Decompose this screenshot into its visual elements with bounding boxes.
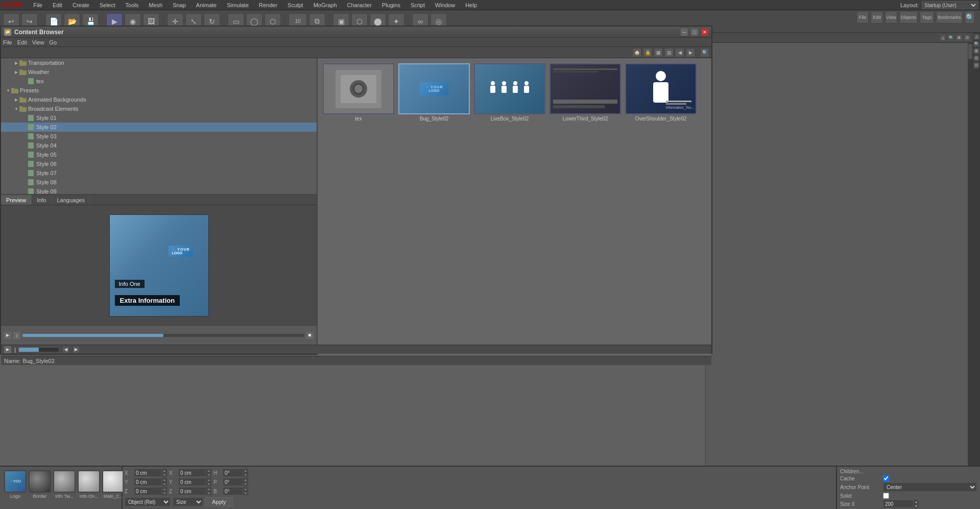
mat-border[interactable]: Border <box>29 470 51 506</box>
tree-style08[interactable]: ▶ Style 08 <box>1 178 317 187</box>
grid-item-tex[interactable]: tex <box>323 63 394 122</box>
menu-edit[interactable]: Edit <box>51 2 64 8</box>
tree-style04[interactable]: ▶ Style 04 <box>1 141 317 150</box>
search-right-btn[interactable]: 🔍 <box>965 11 975 23</box>
cb-play-btn[interactable]: ▶ <box>4 346 11 353</box>
coord-x-up[interactable]: ▲ <box>162 469 167 473</box>
viewport-btn-3[interactable]: ⊞ <box>973 48 979 54</box>
coord-sy-input[interactable] <box>178 478 206 486</box>
bookmarks-right-btn[interactable]: Bookmarks <box>936 11 963 23</box>
prop-sizex-down[interactable]: ▼ <box>914 504 919 508</box>
coord-p-input[interactable] <box>223 478 243 486</box>
menu-file[interactable]: File <box>31 2 44 8</box>
mat-main-c[interactable]: Main_C... <box>102 470 125 506</box>
coord-sz-up[interactable]: ▲ <box>206 487 211 491</box>
grid-item-bug[interactable]: → YOUR LOGO Bug_Style02 <box>398 63 470 122</box>
cb-close-btn[interactable]: ✕ <box>701 29 708 36</box>
prop-solid-checkbox[interactable] <box>883 493 889 499</box>
cb-progress-right-btn[interactable]: ▶ <box>73 346 80 353</box>
menu-mograph[interactable]: MoGraph <box>312 2 339 8</box>
coord-p-down[interactable]: ▼ <box>243 482 248 486</box>
coord-y-input[interactable] <box>134 478 162 486</box>
coord-sy-up[interactable]: ▲ <box>206 478 211 482</box>
tree-style06[interactable]: ▶ Style 06 <box>1 159 317 168</box>
menu-help[interactable]: Help <box>463 2 479 8</box>
tree-broadcast[interactable]: ▼ Broadcast Elements <box>1 104 317 113</box>
coord-sz-down[interactable]: ▼ <box>206 491 211 495</box>
cb-menu-go[interactable]: Go <box>49 39 57 45</box>
coord-y-down[interactable]: ▼ <box>162 482 167 486</box>
rp-btn-3[interactable]: ⊞ <box>955 34 963 41</box>
object-mode-select[interactable]: Object (Rel) <box>125 497 171 506</box>
cb-menu-file[interactable]: File <box>3 39 12 45</box>
coord-sx-down[interactable]: ▼ <box>206 473 211 477</box>
coord-z-down[interactable]: ▼ <box>162 491 167 495</box>
preview-play-btn[interactable]: ▶ <box>4 332 11 339</box>
grid-item-livebox[interactable]: LiveBox_Style02 <box>474 63 545 122</box>
tab-preview[interactable]: Preview <box>1 195 32 205</box>
tree-style02[interactable]: ▶ Style 02 <box>1 123 317 132</box>
tree-tex[interactable]: ▶ tex <box>1 77 317 86</box>
coord-y-up[interactable]: ▲ <box>162 478 167 482</box>
tab-info[interactable]: Info <box>32 195 52 205</box>
viewport-btn-2[interactable]: 🔍 <box>973 41 979 47</box>
coord-h-input[interactable] <box>223 469 243 477</box>
menu-plugins[interactable]: Plugins <box>380 2 402 8</box>
tab-languages[interactable]: Languages <box>52 195 90 205</box>
preview-pause-btn[interactable]: | <box>13 332 20 339</box>
cb-menu-view[interactable]: View <box>32 39 44 45</box>
coord-x-down[interactable]: ▼ <box>162 473 167 477</box>
coord-b-up[interactable]: ▲ <box>243 487 248 491</box>
cb-forward-btn[interactable]: ▶ <box>686 48 695 57</box>
coord-b-down[interactable]: ▼ <box>243 491 248 495</box>
preview-progress-bar[interactable] <box>22 334 304 337</box>
file-right-btn[interactable]: File <box>856 11 869 23</box>
menu-tools[interactable]: Tools <box>124 2 141 8</box>
menu-script[interactable]: Script <box>409 2 427 8</box>
coord-h-up[interactable]: ▲ <box>243 469 248 473</box>
menu-sculpt[interactable]: Sculpt <box>285 2 305 8</box>
prop-sizex-input[interactable] <box>883 500 914 508</box>
viewport-btn-5[interactable]: ⊡ <box>973 62 979 68</box>
cb-home-btn[interactable]: 🏠 <box>632 48 641 57</box>
objects-right-btn[interactable]: Objects <box>899 11 918 23</box>
menu-snap[interactable]: Snap <box>171 2 188 8</box>
coord-b-input[interactable] <box>223 487 243 495</box>
coord-sz-input[interactable] <box>178 487 206 495</box>
cb-view2-btn[interactable]: ▤ <box>664 48 674 57</box>
menu-create[interactable]: Create <box>70 2 91 8</box>
menu-character[interactable]: Character <box>345 2 374 8</box>
rp-btn-1[interactable]: △ <box>939 34 946 41</box>
cb-search-btn[interactable]: 🔍 <box>700 48 709 57</box>
coord-h-down[interactable]: ▼ <box>243 473 248 477</box>
coord-sy-down[interactable]: ▼ <box>206 482 211 486</box>
cb-view1-btn[interactable]: ▦ <box>654 48 663 57</box>
mat-info-two[interactable]: Info Tw... <box>53 470 76 506</box>
tree-presets[interactable]: ▼ Presets <box>1 86 317 95</box>
coord-sx-input[interactable] <box>178 469 206 477</box>
prop-anchor-select[interactable]: Center <box>883 482 977 492</box>
coord-p-up[interactable]: ▲ <box>243 478 248 482</box>
cb-progress-left-btn[interactable]: ◀ <box>62 346 69 353</box>
mat-info-one[interactable]: Info On... <box>78 470 100 506</box>
tree-weather[interactable]: ▶ Weather <box>1 67 317 77</box>
size-mode-select[interactable]: Size <box>173 497 203 506</box>
tree-style03[interactable]: ▶ Style 03 <box>1 132 317 141</box>
cb-back-btn[interactable]: ◀ <box>675 48 684 57</box>
tree-transportation[interactable]: ▶ Transportation <box>1 58 317 67</box>
menu-animate[interactable]: Animate <box>194 2 219 8</box>
coord-x-input[interactable] <box>134 469 162 477</box>
viewport-btn-1[interactable]: △ <box>973 34 979 40</box>
tags-right-btn[interactable]: Tags <box>920 11 934 23</box>
cb-maximize-btn[interactable]: □ <box>691 29 698 36</box>
prop-cache-checkbox[interactable] <box>883 475 889 481</box>
grid-item-overshoulder[interactable]: information_Tex... OverShoulder_Style02 <box>625 63 697 122</box>
menu-window[interactable]: Window <box>433 2 457 8</box>
layout-select[interactable]: Startup (User) <box>922 1 978 9</box>
coord-z-input[interactable] <box>134 487 162 495</box>
rp-btn-2[interactable]: 🔍 <box>947 34 954 41</box>
tree-style07[interactable]: ▶ Style 07 <box>1 168 317 178</box>
tree-animated-bg[interactable]: ▶ Animated Backgrounds <box>1 95 317 104</box>
grid-item-lowerthird[interactable]: LowerThird_Style02 <box>549 63 621 122</box>
tree-style05[interactable]: ▶ Style 05 <box>1 150 317 159</box>
